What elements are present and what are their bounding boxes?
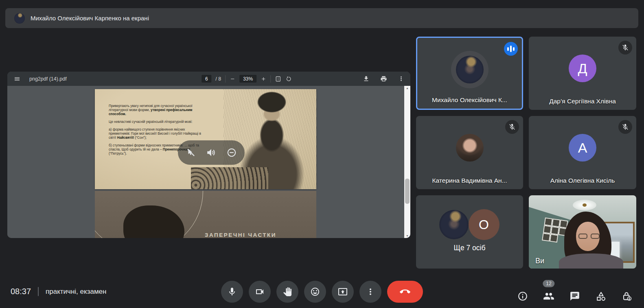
- presenting-banner-text: Михайло Олексійович Карпенко на екрані: [31, 15, 149, 22]
- pdf-page-6: Привертають увагу нетипові для сучасної …: [95, 89, 316, 189]
- meet-window: Михайло Олексійович Карпенко на екрані p…: [0, 0, 644, 308]
- activities-button[interactable]: [595, 291, 607, 302]
- audio-activity-indicator: [504, 42, 518, 56]
- participant-name: Михайло Олексійович К...: [421, 96, 518, 104]
- clock: 08:37: [11, 287, 31, 296]
- overflow-avatar-initial: О: [468, 209, 499, 240]
- photo-frames: [542, 218, 567, 242]
- participant-name: Катерина Вадимівна Ан...: [420, 177, 519, 184]
- participant-avatar: А: [569, 134, 596, 162]
- rotate-icon[interactable]: [285, 76, 292, 82]
- participant-tile-daria[interactable]: Д Дар’я Сергіївна Хлівна: [529, 37, 636, 110]
- scrollbar-thumb[interactable]: [405, 179, 410, 204]
- participant-tile-mykhailo[interactable]: Михайло Олексійович К...: [416, 37, 523, 110]
- presentation-overlay-controls: [178, 140, 245, 165]
- avatar-initial: О: [479, 217, 489, 232]
- self-label: Ви: [535, 257, 544, 265]
- crowd-illustration: [191, 167, 268, 189]
- presenter-avatar: [14, 13, 25, 24]
- chat-button[interactable]: [569, 291, 580, 302]
- mic-button[interactable]: [221, 281, 243, 303]
- meeting-name: практичні, екзамен: [46, 287, 106, 295]
- participant-grid: Михайло Олексійович К... Д Дар’я Сергіїв…: [416, 37, 636, 269]
- next-slide-title: ЗАПЕРЕЧНІ ЧАСТКИ: [205, 232, 276, 238]
- end-call-button[interactable]: [387, 281, 423, 303]
- pdf-page-total: / 8: [215, 76, 221, 82]
- self-webcam-video: [529, 195, 636, 269]
- camera-button[interactable]: [249, 281, 271, 303]
- pdf-menu-icon[interactable]: [14, 76, 20, 82]
- participants-button[interactable]: 12: [543, 291, 554, 302]
- fit-page-icon[interactable]: [275, 76, 281, 82]
- meeting-details-button[interactable]: [517, 291, 528, 302]
- overflow-count-label: Ще 7 осіб: [416, 244, 523, 252]
- participant-avatar: [456, 56, 484, 83]
- pdf-page-7: ЗАПЕРЕЧНІ ЧАСТКИ: [95, 191, 316, 238]
- participant-avatar: Д: [569, 55, 596, 82]
- mic-muted-icon: [618, 41, 632, 55]
- reactions-button[interactable]: [304, 281, 326, 303]
- participant-name: Дар’я Сергіївна Хлівна: [533, 98, 632, 105]
- pdf-content-area: Привертають увагу нетипові для сучасної …: [7, 86, 410, 238]
- participant-name: Аліна Олегівна Кисіль: [533, 177, 632, 184]
- mic-muted-icon: [618, 120, 632, 134]
- pdf-more-icon[interactable]: [398, 75, 405, 82]
- zoom-in-icon[interactable]: [261, 76, 266, 82]
- participant-count-badge: 12: [543, 280, 554, 287]
- print-icon[interactable]: [380, 75, 387, 82]
- pdf-filename: png2pdf (14).pdf: [29, 76, 67, 82]
- zoom-out-icon[interactable]: [230, 76, 235, 82]
- scroll-up-arrow[interactable]: ▲: [404, 87, 410, 90]
- present-screen-button[interactable]: [332, 281, 354, 303]
- download-icon[interactable]: [363, 75, 370, 82]
- pointer-off-icon[interactable]: [185, 147, 197, 158]
- presenting-banner: Михайло Олексійович Карпенко на екрані: [5, 8, 638, 28]
- host-controls-button[interactable]: [621, 291, 633, 302]
- avatar-initial: А: [578, 140, 587, 156]
- remove-tile-icon[interactable]: [226, 147, 237, 158]
- pdf-scrollbar[interactable]: ▲ ▼: [404, 86, 410, 238]
- overflow-avatar-photo: [439, 210, 469, 239]
- pdf-toolbar: png2pdf (14).pdf 6 / 8 33%: [7, 72, 410, 86]
- raise-hand-button[interactable]: [276, 281, 298, 303]
- ceiling-lamp: [573, 200, 596, 210]
- shared-screen-tile[interactable]: png2pdf (14).pdf 6 / 8 33%: [7, 72, 410, 238]
- mic-muted-icon: [505, 120, 519, 134]
- divider: [38, 287, 39, 296]
- pdf-page-input[interactable]: 6: [202, 75, 211, 83]
- participant-tile-kateryna[interactable]: Катерина Вадимівна Ан...: [416, 116, 523, 189]
- more-options-button[interactable]: [359, 281, 381, 303]
- avatar-initial: Д: [578, 61, 587, 76]
- toolbar-divider: [270, 75, 271, 83]
- toolbar-divider: [225, 75, 226, 83]
- participant-avatar: [456, 134, 484, 162]
- pdf-zoom-level: 33%: [239, 75, 256, 83]
- scroll-down-arrow[interactable]: ▼: [404, 234, 410, 237]
- bottom-control-bar: 08:37 практичні, екзамен: [0, 275, 644, 308]
- self-view-tile[interactable]: Ви: [529, 195, 636, 269]
- overflow-participants-tile[interactable]: О Ще 7 осіб: [416, 195, 523, 269]
- participant-tile-alina[interactable]: А Аліна Олегівна Кисіль: [529, 116, 636, 189]
- volume-icon[interactable]: [206, 147, 217, 158]
